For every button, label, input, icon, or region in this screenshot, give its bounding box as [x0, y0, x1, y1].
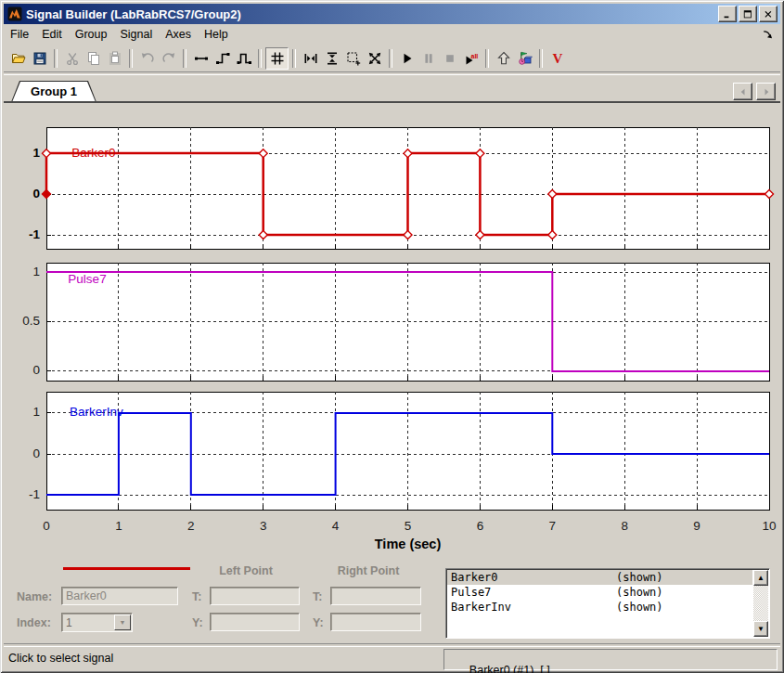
fit-horizontal-button[interactable]: [300, 48, 321, 69]
snap-grid-button[interactable]: [265, 47, 289, 70]
snapshot-icon: [518, 51, 533, 66]
save-button[interactable]: [29, 48, 50, 69]
toolbar-separator: [539, 49, 543, 68]
name-label: Name:: [17, 590, 52, 603]
menu-group[interactable]: Group: [69, 26, 114, 43]
signal-label-pulse7[interactable]: Pulse7: [68, 272, 106, 286]
open-button[interactable]: [7, 48, 29, 69]
signal-label-barker0[interactable]: Barker0: [71, 146, 115, 160]
plots-svg: 10-1Barker010.50Pulse710-1BarkerInv01234…: [4, 103, 780, 557]
y-tick-label: 0.5: [22, 314, 40, 328]
right-point-title: Right Point: [315, 564, 421, 577]
x-tick-label: 9: [693, 519, 700, 533]
x-axis: 012345678910Time (sec): [43, 519, 776, 551]
dock-arrow-icon: [762, 28, 775, 41]
menu-help[interactable]: Help: [198, 26, 235, 43]
scroll-up-button[interactable]: ▲: [753, 570, 768, 586]
matlab-icon: [7, 6, 22, 21]
dropdown-arrow-icon[interactable]: ▼: [114, 615, 131, 630]
paste-button[interactable]: [104, 48, 125, 69]
run-icon: [400, 51, 415, 66]
menu-signal[interactable]: Signal: [113, 26, 159, 43]
index-value: 1: [66, 616, 72, 629]
pause-button[interactable]: [418, 48, 439, 69]
signal-visibility: (shown): [616, 585, 663, 600]
index-dropdown[interactable]: 1 ▼: [61, 613, 133, 632]
toolbar-separator: [258, 49, 262, 68]
tab-label: Group 1: [11, 81, 96, 102]
minimize-button[interactable]: [718, 6, 737, 22]
y-tick-label: -1: [29, 227, 40, 241]
y-tick-label: 0: [32, 447, 40, 460]
signal-builder-window: Signal Builder (LabRabRCS7/Group2) FileE…: [0, 0, 784, 673]
right-point-y-field[interactable]: [330, 613, 421, 631]
draw-step-button[interactable]: [212, 48, 233, 69]
open-folder-icon: [11, 51, 26, 66]
maximize-button[interactable]: [739, 6, 757, 22]
menu-edit[interactable]: Edit: [35, 26, 69, 43]
paste-icon: [108, 51, 122, 66]
window-title: Signal Builder (LabRabRCS7/Group2): [26, 7, 718, 21]
plot-pulse7: 10.50Pulse7: [22, 263, 769, 381]
run-all-button[interactable]: all: [460, 48, 482, 69]
undo-button[interactable]: [136, 48, 158, 69]
dock-figure-button[interactable]: [762, 28, 775, 41]
right-point-t-field[interactable]: [330, 587, 421, 605]
run-all-icon: all: [464, 51, 479, 66]
signal-name: Barker0: [451, 570, 498, 585]
signal-list-item-barkerinv[interactable]: BarkerInv(shown): [447, 600, 752, 615]
titlebar[interactable]: Signal Builder (LabRabRCS7/Group2): [4, 4, 780, 24]
redo-button[interactable]: [158, 48, 179, 69]
scroll-tabs-right-button[interactable]: [756, 83, 776, 100]
signal-list-item-pulse7[interactable]: Pulse7(shown): [447, 585, 752, 600]
signal-name: Pulse7: [451, 585, 491, 600]
right-t-label: T:: [313, 590, 322, 603]
minimize-icon: [722, 9, 733, 19]
toolbar-separator: [292, 49, 296, 68]
scroll-tabs-left-button[interactable]: [733, 83, 752, 100]
fit-vertical-button[interactable]: [321, 48, 342, 69]
save-icon: [32, 51, 47, 66]
y-tick-label: 0: [32, 187, 40, 201]
signal-list-item-barker0[interactable]: Barker0(shown): [447, 570, 752, 585]
close-icon: [763, 9, 774, 19]
x-tick-label: 3: [260, 519, 267, 533]
scroll-down-button[interactable]: ▼: [753, 621, 768, 637]
svg-text:all: all: [470, 52, 478, 58]
y-tick-label: -1: [29, 487, 40, 501]
signal-list: Barker0(shown)Pulse7(shown)BarkerInv(sho…: [445, 568, 770, 639]
left-point-y-field[interactable]: [210, 613, 300, 631]
menu-file[interactable]: File: [4, 26, 35, 43]
signal-list-scrollbar[interactable]: ▲ ▼: [753, 570, 768, 637]
status-selection-text: Barker0 (#1) [ ]: [469, 664, 550, 673]
signal-visibility: (shown): [616, 570, 663, 585]
left-point-t-field[interactable]: [210, 587, 300, 605]
status-message: Click to select signal: [8, 652, 113, 665]
draw-line-button[interactable]: [190, 48, 212, 69]
stop-button[interactable]: [439, 48, 460, 69]
tab-group-1[interactable]: Group 1: [11, 81, 96, 102]
draw-pulse-icon: [237, 51, 251, 66]
close-button[interactable]: [759, 6, 778, 22]
simulation-options-button[interactable]: [514, 48, 535, 69]
toolbar-separator: [485, 49, 489, 68]
fit-view-button[interactable]: [364, 48, 385, 69]
toolbar: allV: [4, 45, 780, 71]
signal-label-barkerinv[interactable]: BarkerInv: [70, 405, 123, 419]
output-options-button[interactable]: [493, 48, 514, 69]
cut-button[interactable]: [61, 48, 83, 69]
y-tick-label: 0: [32, 363, 40, 377]
run-button[interactable]: [396, 48, 418, 69]
zoom-selection-button[interactable]: [342, 48, 364, 69]
toolbar-separator: [129, 49, 133, 68]
grid-icon: [270, 51, 285, 66]
copy-button[interactable]: [83, 48, 104, 69]
y-tick-label: 1: [32, 146, 40, 160]
verification-button[interactable]: V: [546, 48, 568, 69]
draw-pulse-button[interactable]: [233, 48, 254, 69]
zoom-selection-icon: [346, 51, 361, 66]
name-field[interactable]: [61, 587, 178, 605]
svg-text:V: V: [552, 51, 562, 66]
x-tick-label: 1: [115, 519, 122, 533]
menu-axes[interactable]: Axes: [159, 26, 198, 43]
